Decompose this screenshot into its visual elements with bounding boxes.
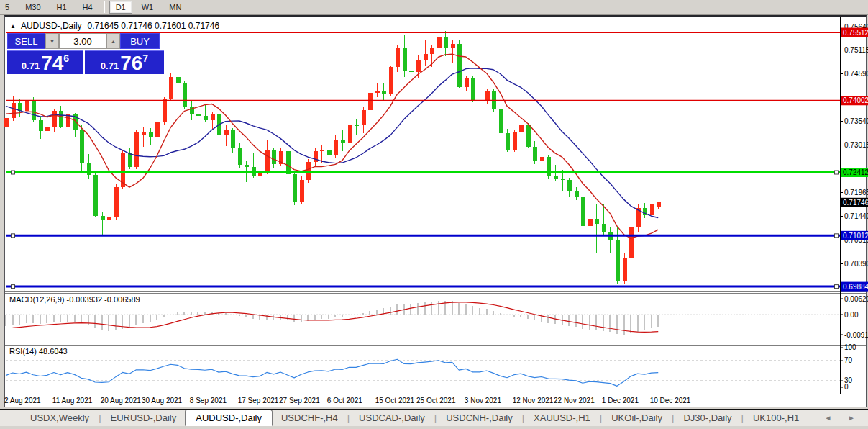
macd-histogram-bar — [191, 312, 192, 315]
price-axis-label: 0.75115 — [844, 46, 868, 54]
macd-histogram-bar — [94, 315, 96, 328]
macd-histogram-bar — [204, 312, 206, 315]
candle-body — [101, 216, 105, 220]
sell-button[interactable]: SELL — [7, 33, 45, 49]
macd-histogram-bar — [280, 315, 281, 320]
spin-down-icon: ▼ — [50, 39, 55, 44]
candle-body — [485, 91, 490, 100]
buy-price-box[interactable]: 0.71 76 7 — [85, 50, 164, 74]
candle-body — [513, 132, 517, 150]
tab-separator: | — [600, 412, 602, 423]
candle-body — [12, 103, 16, 118]
chart-tab-dj30-daily[interactable]: DJ30-,Daily — [675, 411, 740, 425]
macd-indicator-label: MACD(12,26,9) -0.003932 -0.006589 — [9, 295, 140, 304]
tab-scroll-arrows[interactable]: ◄ ► — [824, 414, 862, 422]
date-axis-label: 25 Oct 2021 — [416, 397, 456, 405]
candle-body — [451, 44, 455, 48]
line-anchor-handle[interactable] — [12, 234, 15, 238]
candle-body — [355, 125, 359, 126]
candle-body — [300, 180, 304, 202]
trade-panel: SELL ▼ 3.00 ▲ BUY 0.71 74 6 0.71 76 7 — [7, 33, 164, 74]
line-anchor-handle[interactable] — [835, 171, 839, 174]
tab-separator: | — [99, 412, 101, 423]
candle-body — [231, 130, 235, 148]
macd-histogram-bar — [657, 315, 659, 327]
candle-body — [341, 140, 345, 143]
macd-histogram-bar — [266, 315, 268, 320]
buy-button[interactable]: BUY — [120, 33, 160, 49]
sell-price-sup: 6 — [63, 53, 69, 64]
chart-tab-xauusd-h1[interactable]: XAUUSD-,H1 — [525, 411, 599, 425]
macd-histogram-bar — [575, 315, 577, 327]
candle-body — [39, 120, 43, 130]
candle-body — [409, 71, 414, 71]
candle-body — [107, 217, 111, 220]
line-anchor-handle[interactable] — [835, 234, 839, 238]
candle-body — [650, 204, 654, 214]
date-axis-label: 20 Aug 2021 — [101, 397, 142, 405]
macd-histogram-bar — [623, 315, 625, 335]
volume-input[interactable]: 3.00 — [59, 33, 106, 49]
ma-fast-line — [6, 54, 658, 238]
price-axis-label: 0.74590 — [844, 70, 868, 78]
sell-price-box[interactable]: 0.71 74 6 — [7, 50, 83, 74]
date-axis-label: 8 Sep 2021 — [190, 397, 227, 405]
candle-body — [533, 147, 537, 161]
macd-histogram-bar — [342, 315, 343, 317]
price-marker-label: 0.72412 — [843, 168, 868, 176]
candle-body — [595, 219, 599, 224]
candle-body — [575, 191, 579, 197]
line-anchor-handle[interactable] — [12, 171, 15, 174]
macd-histogram-bar — [534, 315, 535, 320]
candle-body — [272, 150, 276, 164]
chart-tab-audusd-daily[interactable]: AUDUSD-,Daily — [185, 410, 273, 426]
macd-histogram-bar — [321, 315, 322, 319]
macd-histogram-bar — [293, 315, 295, 322]
rsi-line — [6, 359, 658, 386]
candle-body — [389, 67, 393, 94]
chart-tab-usdx-weekly[interactable]: USDX,Weekly — [22, 411, 98, 425]
candle-body — [163, 99, 167, 122]
candle-body — [430, 48, 434, 54]
candle-body — [45, 127, 50, 131]
line-anchor-handle[interactable] — [835, 285, 839, 289]
candle-body — [314, 151, 318, 162]
chart-tab-usdcnh-daily[interactable]: USDCNH-,Daily — [437, 411, 521, 425]
macd-histogram-bar — [150, 315, 151, 322]
macd-histogram-bar — [81, 315, 82, 323]
volume-increase-button[interactable]: ▲ — [106, 33, 120, 49]
candle-body — [224, 130, 229, 135]
chart-tab-usdchf-h4[interactable]: USDCHF-,H4 — [273, 411, 347, 425]
spin-up-icon: ▲ — [111, 39, 116, 44]
macd-histogram-bar — [46, 315, 47, 323]
chart-tab-ukoil-daily[interactable]: UKOil-,Daily — [603, 411, 671, 425]
chart-title-ohlc: 0.71645 0.71746 0.71601 0.71746 — [88, 21, 220, 31]
price-axis-label: 0.73540 — [844, 117, 868, 125]
candle-body — [196, 114, 201, 116]
rsi-axis-label: 0 — [844, 383, 849, 391]
macd-histogram-bar — [12, 315, 14, 325]
macd-axis-label: 0.00 — [844, 311, 859, 319]
macd-histogram-bar — [115, 315, 117, 330]
candle-body — [416, 60, 421, 71]
macd-histogram-bar — [328, 315, 329, 319]
macd-histogram-bar — [183, 312, 185, 315]
candle-body — [540, 157, 544, 161]
tab-separator: | — [672, 412, 674, 423]
chart-tab-usdcad-daily[interactable]: USDCAD-,Daily — [350, 411, 434, 425]
macd-histogram-bar — [177, 312, 178, 315]
candle-body — [134, 132, 139, 167]
macd-histogram-bar — [582, 315, 583, 329]
candle-body — [457, 44, 462, 87]
volume-decrease-button[interactable]: ▼ — [45, 33, 59, 49]
candle-body — [554, 176, 558, 179]
chart-tab-uk100-h1[interactable]: UK100-,H1 — [744, 411, 808, 425]
date-axis-label: 15 Oct 2021 — [375, 397, 415, 405]
macd-histogram-bar — [239, 315, 240, 316]
chart-tab-eurusd-daily[interactable]: EURUSD-,Daily — [102, 411, 186, 425]
candle-body — [293, 174, 297, 202]
line-anchor-handle[interactable] — [12, 285, 15, 289]
candle-body — [183, 83, 187, 107]
macd-histogram-bar — [142, 315, 144, 323]
macd-histogram-bar — [135, 315, 137, 325]
